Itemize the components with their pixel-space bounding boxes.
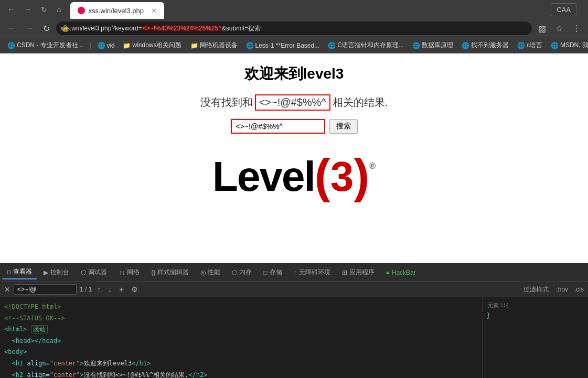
bookmark-vkl-icon: 🌐: [98, 42, 105, 49]
devtools-styles-panel: 元素 ∷ { }: [483, 297, 588, 378]
search-next-btn[interactable]: ↓: [106, 285, 114, 294]
search-result-text: 没有找到和 <>~!@#$%%^ 相关的结果.: [200, 94, 388, 111]
bookmark-network-icon: 📁: [190, 42, 198, 49]
tab-favicon: [78, 7, 85, 14]
result-suffix: 相关的结果.: [333, 95, 388, 110]
address-bar-row: ← → ↻ 🔒 xss.win/level3.php?keyword=<>~!%…: [0, 19, 588, 38]
forward-button[interactable]: →: [21, 4, 35, 15]
bookmark-msdn-icon: 🌐: [551, 42, 559, 49]
bookmark-c-icon: 🌐: [328, 42, 336, 49]
bookmark-clang[interactable]: 🌐 c语言: [514, 40, 546, 51]
back-button[interactable]: ←: [4, 4, 18, 15]
url-display[interactable]: xss.win/level3.php?keyword=<>~!%40%23%24…: [56, 21, 532, 35]
devtools-search-bar: ✕ 1 / 1 ↑ ↓ + ⚙ 过滤样式 :hov .cls: [0, 282, 588, 297]
bookmark-folder-windows[interactable]: 📁 windows相关问题: [120, 40, 185, 51]
nav-back-button[interactable]: ←: [4, 21, 19, 35]
memory-icon: ⬡: [232, 269, 237, 276]
html-line-6: <body>: [4, 347, 478, 358]
devtools-html-content: <!DOCTYPE html> <!--STATUS OK--> <html> …: [0, 299, 483, 378]
search-button[interactable]: 搜索: [329, 119, 358, 134]
nav-forward-button[interactable]: →: [22, 21, 37, 35]
active-tab[interactable]: xss.win/level3.php ✕: [70, 2, 164, 19]
bookmark-icon: 🌐: [7, 42, 15, 49]
debugger-icon: ⬡: [81, 269, 86, 276]
page-content: 欢迎来到level3 没有找到和 <>~!@#$%%^ 相关的结果. 搜索 Le…: [0, 53, 588, 263]
browser-chrome: ← → ↻ ⌂ xss.win/level3.php ✕ CAA ← → ↻ 🔒…: [0, 0, 588, 53]
search-result-count: 1 / 1: [80, 286, 92, 293]
tab-bar: ← → ↻ ⌂ xss.win/level3.php ✕ CAA: [0, 0, 588, 19]
bookmark-vkl[interactable]: 🌐 vkl: [94, 41, 118, 50]
devtools-tab-memory[interactable]: ⬡ 内存: [227, 266, 257, 279]
bookmark-sep-1: |: [89, 42, 92, 49]
html-line-8: <h2 align="center">没有找到和<>~!@#$%%^相关的结果.…: [4, 370, 478, 378]
address-bar-wrap: 🔒 xss.win/level3.php?keyword=<>~!%40%23%…: [56, 21, 532, 35]
url-domain: xss.win/level3.php?keyword=: [60, 25, 142, 32]
devtools-tab-style-editor[interactable]: {} 样式编辑器: [146, 266, 194, 279]
devtools: □ 查看器 ▶ 控制台 ⬡ 调试器 ↑↓ 网络 {} 样式编辑器 ◎ 性能 ⬡ …: [0, 263, 588, 378]
logo-num: 3: [330, 153, 354, 201]
bookmarks-bar: 🌐 CSDN - 专业开发者社... | 🌐 vkl 📁 windows相关问题…: [0, 38, 588, 53]
hov-label[interactable]: :hov: [556, 286, 568, 293]
url-keyword-highlighted: <>~!%40%23%24%25%25^: [142, 25, 222, 32]
network-icon: ↑↓: [119, 269, 125, 276]
nav-refresh-button[interactable]: ↻: [40, 21, 53, 36]
caa-badge[interactable]: CAA: [551, 3, 576, 16]
html-line-3: <!--STATUS OK-->: [4, 313, 478, 325]
bookmark-db-icon: 🌐: [412, 42, 420, 49]
logo-registered: ®: [369, 161, 376, 171]
logo-paren-left: (: [315, 149, 330, 203]
styles-content: }: [487, 311, 584, 319]
html-line-5: <head></head>: [4, 336, 478, 347]
search-add-btn[interactable]: +: [117, 285, 125, 294]
refresh-button[interactable]: ↻: [38, 4, 50, 15]
cls-label[interactable]: .cls: [574, 286, 584, 293]
search-input[interactable]: [231, 119, 325, 134]
devtools-tab-inspector[interactable]: □ 查看器: [2, 265, 37, 279]
devtools-html-panel: <!DOCTYPE html> <!--STATUS OK--> <html> …: [0, 297, 483, 378]
devtools-tab-network[interactable]: ↑↓ 网络: [113, 266, 145, 279]
html-line-7: <h1 align="center">欢迎来到level3</h1>: [4, 358, 478, 370]
bookmark-less1[interactable]: 🌐 Less-1 **Error Based...: [243, 41, 323, 50]
extensions-button[interactable]: ▨: [535, 21, 549, 36]
devtools-body: <!DOCTYPE html> <!--STATUS OK--> <html> …: [0, 297, 588, 378]
styles-header: 元素 ∷ {: [487, 301, 584, 309]
menu-button[interactable]: ⋮: [569, 21, 584, 36]
devtools-tab-console[interactable]: ▶ 控制台: [38, 266, 74, 279]
star-button[interactable]: ☆: [552, 21, 566, 36]
result-prefix: 没有找到和: [200, 95, 253, 110]
devtools-tab-storage[interactable]: □ 存储: [258, 266, 287, 279]
storage-icon: □: [263, 269, 267, 276]
devtools-tab-performance[interactable]: ◎ 性能: [195, 266, 226, 279]
home-button[interactable]: ⌂: [54, 4, 64, 15]
devtools-tab-hackbar[interactable]: ● HackBar: [381, 267, 421, 278]
filter-styles-label: 过滤样式: [523, 285, 549, 294]
tab-title: xss.win/level3.php: [88, 7, 144, 15]
tab-controls: ← → ↻ ⌂: [4, 4, 64, 15]
bookmark-db[interactable]: 🌐 数据库原理: [409, 40, 456, 51]
bookmark-csdn[interactable]: 🌐 CSDN - 专业开发者社...: [4, 40, 87, 51]
hackbar-icon: ●: [386, 269, 390, 276]
bookmark-network[interactable]: 📁 网络机器设备: [187, 40, 241, 51]
search-settings-btn[interactable]: ⚙: [129, 285, 140, 294]
logo-text: Level: [212, 153, 315, 201]
html-line-1: <!DOCTYPE html>: [4, 301, 478, 313]
accessibility-icon: ↑: [294, 269, 297, 276]
page-title: 欢迎来到level3: [244, 64, 344, 84]
devtools-search-close[interactable]: ✕: [4, 285, 10, 294]
bookmark-msdn[interactable]: 🌐 MSDN, 我告诉你...: [548, 40, 588, 51]
bookmark-less1-icon: 🌐: [246, 42, 254, 49]
url-submit: &submit=搜索: [222, 24, 261, 33]
inspector-icon: □: [7, 268, 11, 276]
bookmark-c[interactable]: 🌐 C语言指针和内存原理...: [325, 40, 407, 51]
bookmark-folder-icon: 📁: [123, 42, 131, 49]
application-icon: ⊞: [342, 269, 347, 276]
devtools-tab-debugger[interactable]: ⬡ 调试器: [76, 266, 112, 279]
devtools-toolbar: □ 查看器 ▶ 控制台 ⬡ 调试器 ↑↓ 网络 {} 样式编辑器 ◎ 性能 ⬡ …: [0, 263, 588, 282]
devtools-tab-accessibility[interactable]: ↑ 无障碍环境: [288, 266, 336, 279]
tab-close[interactable]: ✕: [151, 7, 157, 15]
bookmark-404[interactable]: 🌐 找不到服务器: [458, 40, 512, 51]
search-form: 搜索: [231, 119, 358, 134]
devtools-tab-application[interactable]: ⊞ 应用程序: [337, 266, 380, 279]
devtools-search-input[interactable]: [14, 284, 77, 295]
search-prev-btn[interactable]: ↑: [95, 285, 103, 294]
